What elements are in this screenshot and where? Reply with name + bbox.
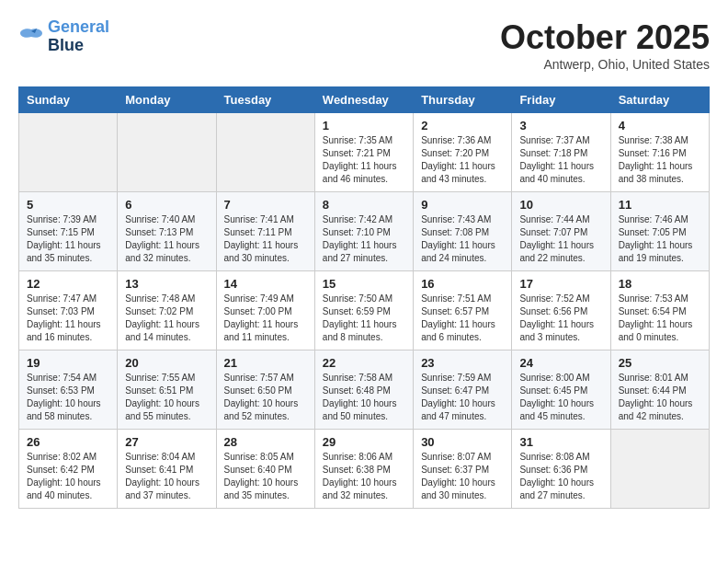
day-info: Sunrise: 7:50 AM Sunset: 6:59 PM Dayligh… xyxy=(323,293,405,344)
day-number: 10 xyxy=(519,198,602,212)
calendar-cell: 15Sunrise: 7:50 AM Sunset: 6:59 PM Dayli… xyxy=(314,271,413,350)
weekday-header-saturday: Saturday xyxy=(610,87,709,113)
day-info: Sunrise: 7:35 AM Sunset: 7:21 PM Dayligh… xyxy=(323,134,405,186)
calendar-cell: 21Sunrise: 7:57 AM Sunset: 6:50 PM Dayli… xyxy=(216,350,314,430)
calendar-week-4: 19Sunrise: 7:54 AM Sunset: 6:53 PM Dayli… xyxy=(19,350,710,430)
day-info: Sunrise: 7:47 AM Sunset: 7:03 PM Dayligh… xyxy=(27,293,109,344)
calendar-cell: 23Sunrise: 7:59 AM Sunset: 6:47 PM Dayli… xyxy=(414,350,512,430)
calendar-cell: 19Sunrise: 7:54 AM Sunset: 6:53 PM Dayli… xyxy=(19,350,118,430)
day-info: Sunrise: 7:46 AM Sunset: 7:05 PM Dayligh… xyxy=(619,213,701,265)
location: Antwerp, Ohio, United States xyxy=(500,57,710,72)
day-number: 29 xyxy=(323,435,405,449)
day-number: 26 xyxy=(27,435,109,449)
day-number: 4 xyxy=(619,119,701,132)
day-number: 15 xyxy=(323,277,405,291)
day-number: 30 xyxy=(421,435,504,449)
day-number: 25 xyxy=(619,356,701,370)
day-number: 19 xyxy=(27,356,109,370)
day-number: 28 xyxy=(224,435,307,449)
calendar-cell: 14Sunrise: 7:49 AM Sunset: 7:00 PM Dayli… xyxy=(216,271,314,350)
calendar-table: SundayMondayTuesdayWednesdayThursdayFrid… xyxy=(18,86,710,509)
day-number: 7 xyxy=(224,198,307,212)
day-number: 12 xyxy=(27,277,109,291)
day-info: Sunrise: 8:05 AM Sunset: 6:40 PM Dayligh… xyxy=(224,451,307,502)
calendar-cell: 20Sunrise: 7:55 AM Sunset: 6:51 PM Dayli… xyxy=(118,350,216,430)
calendar-cell: 5Sunrise: 7:39 AM Sunset: 7:15 PM Daylig… xyxy=(19,192,118,271)
logo: General Blue xyxy=(18,18,109,55)
logo-general: General xyxy=(48,17,109,36)
calendar-cell: 9Sunrise: 7:43 AM Sunset: 7:08 PM Daylig… xyxy=(414,192,512,271)
day-info: Sunrise: 7:42 AM Sunset: 7:10 PM Dayligh… xyxy=(323,213,405,265)
calendar-cell xyxy=(19,113,118,192)
calendar-cell: 3Sunrise: 7:37 AM Sunset: 7:18 PM Daylig… xyxy=(512,113,610,192)
calendar-cell: 28Sunrise: 8:05 AM Sunset: 6:40 PM Dayli… xyxy=(216,430,314,509)
calendar-cell: 31Sunrise: 8:08 AM Sunset: 6:36 PM Dayli… xyxy=(512,430,610,509)
day-info: Sunrise: 7:49 AM Sunset: 7:00 PM Dayligh… xyxy=(224,293,307,344)
day-info: Sunrise: 7:36 AM Sunset: 7:20 PM Dayligh… xyxy=(421,134,504,186)
day-number: 8 xyxy=(323,198,405,212)
calendar-cell: 18Sunrise: 7:53 AM Sunset: 6:54 PM Dayli… xyxy=(610,271,709,350)
calendar-cell: 13Sunrise: 7:48 AM Sunset: 7:02 PM Dayli… xyxy=(118,271,216,350)
weekday-header-thursday: Thursday xyxy=(414,87,512,113)
calendar-cell: 2Sunrise: 7:36 AM Sunset: 7:20 PM Daylig… xyxy=(414,113,512,192)
logo-text-block: General Blue xyxy=(48,18,109,55)
day-info: Sunrise: 8:08 AM Sunset: 6:36 PM Dayligh… xyxy=(519,451,602,502)
day-info: Sunrise: 7:52 AM Sunset: 6:56 PM Dayligh… xyxy=(519,293,602,344)
day-number: 11 xyxy=(619,198,701,212)
day-number: 21 xyxy=(224,356,307,370)
page-header: General Blue October 2025 Antwerp, Ohio,… xyxy=(18,18,710,72)
calendar-cell: 11Sunrise: 7:46 AM Sunset: 7:05 PM Dayli… xyxy=(610,192,709,271)
day-number: 2 xyxy=(421,119,504,132)
day-info: Sunrise: 7:55 AM Sunset: 6:51 PM Dayligh… xyxy=(125,372,208,423)
calendar-week-1: 1Sunrise: 7:35 AM Sunset: 7:21 PM Daylig… xyxy=(19,113,710,192)
calendar-cell xyxy=(216,113,314,192)
day-info: Sunrise: 7:44 AM Sunset: 7:07 PM Dayligh… xyxy=(519,213,602,265)
header-row: SundayMondayTuesdayWednesdayThursdayFrid… xyxy=(19,87,710,113)
day-number: 20 xyxy=(125,356,208,370)
day-info: Sunrise: 7:43 AM Sunset: 7:08 PM Dayligh… xyxy=(421,213,504,265)
day-info: Sunrise: 7:51 AM Sunset: 6:57 PM Dayligh… xyxy=(421,293,504,344)
calendar-cell: 30Sunrise: 8:07 AM Sunset: 6:37 PM Dayli… xyxy=(414,430,512,509)
calendar-cell: 10Sunrise: 7:44 AM Sunset: 7:07 PM Dayli… xyxy=(512,192,610,271)
day-number: 31 xyxy=(519,435,602,449)
day-number: 27 xyxy=(125,435,208,449)
weekday-header-friday: Friday xyxy=(512,87,610,113)
calendar-cell: 22Sunrise: 7:58 AM Sunset: 6:48 PM Dayli… xyxy=(314,350,413,430)
month-title: October 2025 xyxy=(500,18,710,57)
day-info: Sunrise: 8:02 AM Sunset: 6:42 PM Dayligh… xyxy=(27,451,109,502)
calendar-cell xyxy=(118,113,216,192)
day-info: Sunrise: 8:00 AM Sunset: 6:45 PM Dayligh… xyxy=(519,372,602,423)
calendar-cell: 25Sunrise: 8:01 AM Sunset: 6:44 PM Dayli… xyxy=(610,350,709,430)
day-number: 16 xyxy=(421,277,504,291)
day-number: 24 xyxy=(519,356,602,370)
day-info: Sunrise: 7:54 AM Sunset: 6:53 PM Dayligh… xyxy=(27,372,109,423)
calendar-week-2: 5Sunrise: 7:39 AM Sunset: 7:15 PM Daylig… xyxy=(19,192,710,271)
day-info: Sunrise: 7:40 AM Sunset: 7:13 PM Dayligh… xyxy=(125,213,208,265)
weekday-header-tuesday: Tuesday xyxy=(216,87,314,113)
day-info: Sunrise: 8:04 AM Sunset: 6:41 PM Dayligh… xyxy=(125,451,208,502)
day-number: 1 xyxy=(323,119,405,132)
day-number: 3 xyxy=(519,119,602,132)
logo-blue: Blue xyxy=(48,36,84,54)
calendar-cell: 29Sunrise: 8:06 AM Sunset: 6:38 PM Dayli… xyxy=(314,430,413,509)
calendar-cell: 1Sunrise: 7:35 AM Sunset: 7:21 PM Daylig… xyxy=(314,113,413,192)
day-info: Sunrise: 8:07 AM Sunset: 6:37 PM Dayligh… xyxy=(421,451,504,502)
calendar-week-5: 26Sunrise: 8:02 AM Sunset: 6:42 PM Dayli… xyxy=(19,430,710,509)
weekday-header-monday: Monday xyxy=(118,87,216,113)
day-info: Sunrise: 8:06 AM Sunset: 6:38 PM Dayligh… xyxy=(323,451,405,502)
day-number: 14 xyxy=(224,277,307,291)
day-number: 18 xyxy=(619,277,701,291)
calendar-cell: 12Sunrise: 7:47 AM Sunset: 7:03 PM Dayli… xyxy=(19,271,118,350)
calendar-week-3: 12Sunrise: 7:47 AM Sunset: 7:03 PM Dayli… xyxy=(19,271,710,350)
calendar-cell xyxy=(610,430,709,509)
day-info: Sunrise: 7:58 AM Sunset: 6:48 PM Dayligh… xyxy=(323,372,405,423)
day-info: Sunrise: 7:41 AM Sunset: 7:11 PM Dayligh… xyxy=(224,213,307,265)
calendar-cell: 16Sunrise: 7:51 AM Sunset: 6:57 PM Dayli… xyxy=(414,271,512,350)
day-number: 17 xyxy=(519,277,602,291)
day-info: Sunrise: 7:48 AM Sunset: 7:02 PM Dayligh… xyxy=(125,293,208,344)
day-info: Sunrise: 7:59 AM Sunset: 6:47 PM Dayligh… xyxy=(421,372,504,423)
weekday-header-wednesday: Wednesday xyxy=(314,87,413,113)
calendar-cell: 4Sunrise: 7:38 AM Sunset: 7:16 PM Daylig… xyxy=(610,113,709,192)
day-number: 23 xyxy=(421,356,504,370)
day-info: Sunrise: 7:57 AM Sunset: 6:50 PM Dayligh… xyxy=(224,372,307,423)
